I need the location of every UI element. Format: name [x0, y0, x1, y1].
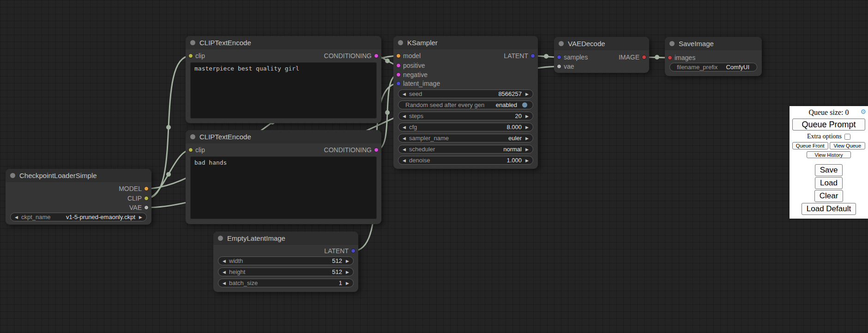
increment-arrow-icon[interactable]: ▶ [524, 147, 530, 152]
vae-input-dot[interactable] [557, 64, 561, 69]
collapse-dot-icon[interactable] [559, 41, 564, 46]
ckpt-name-widget[interactable]: ◀ ckpt_name v1-5-pruned-emaonly.ckpt ▶ [10, 213, 147, 221]
collapse-dot-icon[interactable] [190, 40, 195, 45]
height-widget[interactable]: ◀ height 512 ▶ [218, 268, 354, 276]
node-title: CheckpointLoaderSimple [19, 172, 97, 179]
clip-output-dot[interactable] [144, 196, 149, 201]
increment-arrow-icon[interactable]: ▶ [524, 114, 530, 119]
input-slot-negative: negative [393, 71, 428, 79]
widget-value: 20 [423, 113, 524, 119]
link-midpoint-dot [166, 125, 171, 130]
settings-gear-icon[interactable]: ⚙ [860, 108, 866, 115]
decrement-arrow-icon[interactable]: ◀ [401, 136, 408, 141]
node-checkpoint-loader[interactable]: CheckpointLoaderSimple MODEL CLIP VAE ◀ … [6, 169, 151, 225]
node-ksampler[interactable]: KSampler model LATENT positive negative … [393, 36, 538, 169]
collapse-dot-icon[interactable] [669, 41, 675, 46]
increment-arrow-icon[interactable]: ▶ [524, 125, 530, 130]
increment-arrow-icon[interactable]: ▶ [524, 136, 530, 141]
save-button[interactable]: Save [815, 164, 843, 176]
samples-input-dot[interactable] [557, 55, 561, 59]
steps-widget[interactable]: ◀ steps 20 ▶ [398, 112, 533, 120]
clip-input-dot[interactable] [188, 148, 193, 152]
input-slot-latent-image: latent_image [393, 79, 440, 88]
slot-label: CONDITIONING [324, 52, 372, 59]
node-title-bar[interactable]: SaveImage [665, 37, 762, 50]
increment-arrow-icon[interactable]: ▶ [344, 281, 351, 285]
seed-widget[interactable]: ◀ seed 8566257 ▶ [398, 89, 533, 98]
slot-row: clip CONDITIONING [186, 146, 381, 154]
load-button[interactable]: Load [815, 177, 843, 189]
node-title-bar[interactable]: CLIPTextEncode [186, 36, 381, 49]
increment-arrow-icon[interactable]: ▶ [524, 158, 530, 163]
toggle-on-dot[interactable] [522, 102, 527, 107]
view-queue-button[interactable]: View Queue [830, 142, 866, 149]
node-empty-latent-image[interactable]: EmptyLatentImage LATENT ◀ width 512 ▶ ◀ … [213, 232, 358, 292]
collapse-dot-icon[interactable] [218, 236, 223, 241]
widget-label: filename_prefix [675, 64, 717, 71]
batch-size-widget[interactable]: ◀ batch_size 1 ▶ [218, 279, 354, 287]
decrement-arrow-icon[interactable]: ◀ [401, 114, 408, 119]
width-widget[interactable]: ◀ width 512 ▶ [218, 256, 354, 265]
random-seed-toggle-widget[interactable]: Random seed after every gen enabled [398, 101, 533, 109]
view-history-button[interactable]: View History [807, 151, 851, 158]
latent-image-input-dot[interactable] [396, 81, 401, 86]
slot-label: vae [564, 63, 574, 70]
decrement-arrow-icon[interactable]: ◀ [221, 259, 228, 263]
scheduler-widget[interactable]: ◀ scheduler normal ▶ [398, 145, 533, 154]
denoise-widget[interactable]: ◀ denoise 1.000 ▶ [398, 156, 533, 165]
node-title-bar[interactable]: KSampler [393, 36, 538, 49]
decrement-arrow-icon[interactable]: ◀ [221, 270, 228, 274]
cfg-widget[interactable]: ◀ cfg 8.000 ▶ [398, 123, 533, 131]
conditioning-output-dot[interactable] [374, 54, 379, 58]
model-input-dot[interactable] [396, 54, 401, 58]
queue-front-button[interactable]: Queue Front [792, 142, 828, 149]
decrement-arrow-icon[interactable]: ◀ [401, 147, 408, 152]
vae-output-dot[interactable] [144, 205, 149, 210]
decrement-arrow-icon[interactable]: ◀ [13, 215, 20, 220]
node-vae-decode[interactable]: VAEDecode samples IMAGE vae [554, 37, 649, 73]
conditioning-output-dot[interactable] [374, 148, 379, 152]
slot-row: clip CONDITIONING [186, 52, 381, 60]
clear-button[interactable]: Clear [814, 190, 844, 202]
decrement-arrow-icon[interactable]: ◀ [401, 92, 408, 96]
image-output-dot[interactable] [642, 55, 646, 59]
node-title-bar[interactable]: VAEDecode [554, 37, 649, 50]
slot-label: images [675, 54, 695, 61]
latent-output-dot[interactable] [530, 54, 535, 58]
decrement-arrow-icon[interactable]: ◀ [221, 281, 228, 285]
input-slot-positive: positive [393, 61, 425, 70]
increment-arrow-icon[interactable]: ▶ [137, 215, 144, 220]
widget-label: width [228, 257, 243, 264]
node-save-image[interactable]: SaveImage images filename_prefix ComfyUI [665, 37, 762, 76]
collapse-dot-icon[interactable] [190, 134, 195, 139]
sampler-name-widget[interactable]: ◀ sampler_name euler ▶ [398, 134, 533, 143]
node-clip-text-encode-positive[interactable]: CLIPTextEncode clip CONDITIONING masterp… [186, 36, 381, 123]
node-title-bar[interactable]: EmptyLatentImage [213, 232, 358, 245]
decrement-arrow-icon[interactable]: ◀ [401, 125, 408, 130]
graph-canvas[interactable]: CheckpointLoaderSimple MODEL CLIP VAE ◀ … [0, 0, 868, 333]
node-title-bar[interactable]: CLIPTextEncode [186, 130, 381, 143]
latent-output-dot[interactable] [351, 249, 356, 253]
images-input-dot[interactable] [668, 55, 672, 60]
node-clip-text-encode-negative[interactable]: CLIPTextEncode clip CONDITIONING bad han… [186, 130, 381, 224]
positive-input-dot[interactable] [396, 63, 401, 68]
load-default-button[interactable]: Load Default [802, 203, 856, 215]
output-slot-latent: LATENT [324, 247, 358, 255]
negative-prompt-textarea[interactable]: bad hands [190, 156, 377, 219]
positive-prompt-textarea[interactable]: masterpiece best quality girl [190, 62, 377, 119]
decrement-arrow-icon[interactable]: ◀ [401, 158, 408, 163]
extra-options-checkbox[interactable] [844, 134, 850, 140]
collapse-dot-icon[interactable] [10, 173, 15, 178]
clip-input-dot[interactable] [188, 54, 193, 58]
widget-value: euler [449, 135, 524, 142]
negative-input-dot[interactable] [396, 72, 401, 77]
queue-prompt-button[interactable]: Queue Prompt [792, 119, 865, 131]
slot-label: LATENT [504, 52, 528, 59]
node-title-bar[interactable]: CheckpointLoaderSimple [6, 169, 151, 182]
increment-arrow-icon[interactable]: ▶ [344, 270, 351, 274]
increment-arrow-icon[interactable]: ▶ [524, 92, 530, 96]
filename-prefix-widget[interactable]: filename_prefix ComfyUI [669, 63, 757, 71]
model-output-dot[interactable] [144, 186, 149, 191]
collapse-dot-icon[interactable] [398, 40, 403, 45]
increment-arrow-icon[interactable]: ▶ [344, 259, 351, 263]
